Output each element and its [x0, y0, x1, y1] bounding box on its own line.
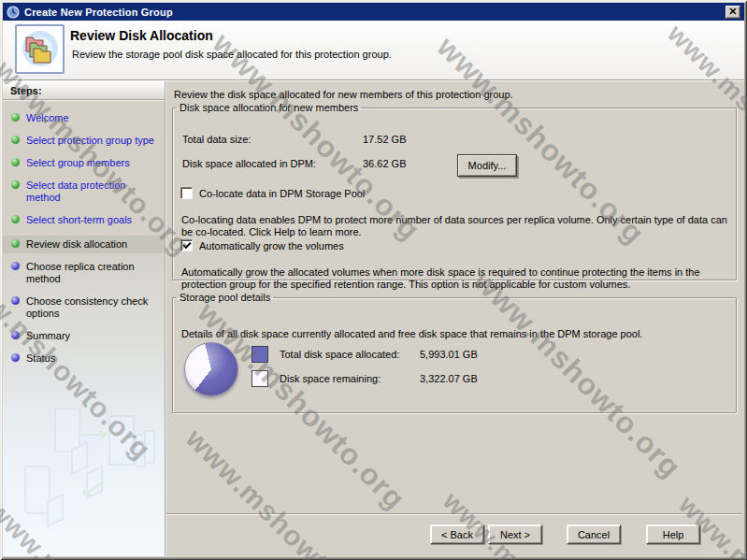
steps-sidebar: Steps: WelcomeSelect protection group ty… — [3, 81, 165, 556]
allocation-row: Disk space allocated in DPM:36.62 GB — [182, 158, 406, 169]
step-label: Status — [26, 352, 55, 364]
step-label: Select data protection method — [26, 179, 125, 203]
next-button[interactable]: Next > — [488, 524, 542, 544]
pie-legend: Total disk space allocated:5,993.01 GBDi… — [251, 346, 478, 395]
modify-button[interactable]: Modify... — [457, 154, 517, 177]
servers-watermark-art — [7, 409, 160, 549]
legend-value: 3,322.07 GB — [420, 373, 478, 384]
step-bullet-icon — [11, 215, 20, 223]
sidebar-step-select-short-term-goals[interactable]: Select short-term goals — [3, 213, 165, 227]
sidebar-step-select-group-members[interactable]: Select group members — [3, 156, 165, 170]
sidebar-step-choose-consistency-check-options: Choose consistency check options — [3, 294, 165, 321]
protection-group-icon — [15, 24, 65, 74]
colocate-description: Co-locating data enables DPM to protect … — [181, 214, 733, 238]
allocation-row-value: 17.52 GB — [363, 134, 406, 145]
legend-swatch — [251, 346, 268, 363]
sidebar-step-status: Status — [3, 352, 165, 366]
colocate-checkbox-row[interactable]: Co-locate data in DPM Storage Pool — [180, 187, 365, 199]
page-subtitle: Review the storage pool disk space alloc… — [72, 49, 392, 60]
step-label: Summary — [26, 330, 70, 341]
intro-text: Review the disk space allocated for new … — [174, 89, 513, 100]
step-bullet-icon — [11, 180, 20, 189]
legend-label: Disk space remaining: — [280, 373, 420, 384]
colocate-label: Co-locate data in DPM Storage Pool — [199, 188, 365, 199]
allocation-row-label: Total data size: — [182, 134, 363, 145]
step-bullet-icon — [11, 296, 20, 305]
storage-pool-description: Details of all disk space currently allo… — [181, 328, 735, 339]
sidebar-step-select-protection-group-type[interactable]: Select protection group type — [3, 134, 165, 148]
step-label: Choose replica creation method — [26, 261, 135, 284]
titlebar[interactable]: Create New Protection Group — [3, 3, 744, 21]
main-content: Review the disk space allocated for new … — [168, 82, 740, 513]
legend-swatch — [251, 370, 268, 387]
step-label: Review disk allocation — [26, 238, 127, 250]
step-bullet-icon — [11, 239, 20, 248]
step-bullet-icon — [11, 113, 20, 122]
step-bullet-icon — [11, 136, 20, 144]
autogrow-checkbox-row[interactable]: Automatically grow the volumes — [180, 239, 344, 251]
step-bullet-icon — [11, 158, 20, 166]
footer-divider — [166, 513, 742, 515]
allocation-row-value: 36.62 GB — [363, 158, 406, 169]
steps-heading: Steps: — [3, 81, 165, 100]
sidebar-step-welcome[interactable]: Welcome — [3, 111, 165, 125]
colocate-checkbox — [180, 187, 193, 199]
autogrow-label: Automatically grow the volumes — [199, 240, 344, 251]
create-new-protection-group-dialog: Create New Protection Group Review Disk … — [0, 0, 747, 560]
allocation-group-legend: Disk space allocation for new members — [177, 102, 361, 113]
step-bullet-icon — [11, 353, 20, 362]
autogrow-checkbox — [180, 239, 193, 251]
step-label: Select short-term goals — [26, 214, 132, 225]
legend-value: 5,993.01 GB — [420, 349, 478, 360]
window-title: Create New Protection Group — [24, 7, 725, 18]
step-label: Select protection group type — [26, 135, 154, 146]
close-button[interactable] — [725, 6, 740, 19]
back-button[interactable]: < Back — [430, 524, 484, 544]
help-button[interactable]: Help — [646, 524, 700, 544]
pie-legend-row: Total disk space allocated:5,993.01 GB — [251, 346, 478, 363]
pie-legend-row: Disk space remaining:3,322.07 GB — [251, 370, 478, 387]
close-icon — [729, 8, 737, 15]
sidebar-step-select-data-protection-method[interactable]: Select data protection method — [3, 179, 165, 205]
app-clock-icon — [7, 6, 20, 19]
step-label: Select group members — [26, 157, 130, 168]
storage-pool-pie-chart — [184, 342, 238, 396]
step-label: Welcome — [26, 112, 69, 123]
step-bullet-icon — [11, 331, 20, 339]
sidebar-step-summary: Summary — [3, 329, 165, 343]
storage-pool-details-group: Storage pool details Details of all disk… — [172, 292, 737, 413]
storage-pool-legend: Storage pool details — [177, 292, 273, 303]
step-bullet-icon — [11, 262, 20, 270]
wizard-header: Review Disk Allocation Review the storag… — [3, 21, 744, 80]
sidebar-step-review-disk-allocation: Review disk allocation — [3, 236, 165, 253]
legend-label: Total disk space allocated: — [280, 349, 420, 360]
cancel-button[interactable]: Cancel — [567, 524, 621, 544]
allocation-row-label: Disk space allocated in DPM: — [182, 158, 363, 169]
page-title: Review Disk Allocation — [70, 28, 213, 43]
steps-list: WelcomeSelect protection group typeSelec… — [3, 111, 165, 366]
allocation-row: Total data size:17.52 GB — [182, 134, 406, 145]
sidebar-step-choose-replica-creation-method: Choose replica creation method — [3, 260, 165, 286]
disk-space-allocation-group: Disk space allocation for new members To… — [172, 102, 737, 280]
autogrow-description: Automatically grow the allocated volumes… — [181, 266, 733, 291]
step-label: Choose consistency check options — [26, 295, 148, 319]
